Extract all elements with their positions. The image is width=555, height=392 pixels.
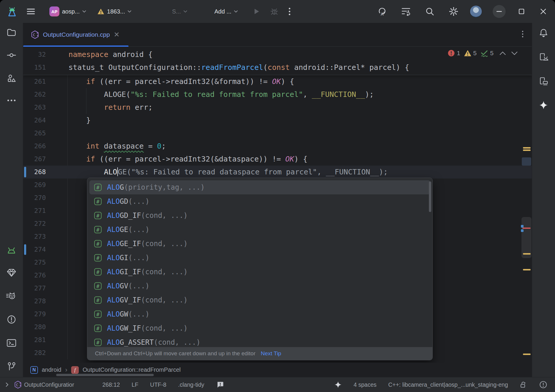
stripe-caret-mark[interactable] [522,157,531,166]
stripe-warning-mark[interactable] [523,354,531,355]
code-line-268[interactable]: 268 ALOGE("%s: Failed to read dataspace … [23,166,532,179]
unlocked-padlock-icon[interactable] [520,381,527,389]
ai-sparkle-icon[interactable] [334,381,342,388]
line-number[interactable]: 282 [23,346,46,359]
code-line-263[interactable]: 263 return err; [23,101,532,114]
indent-widget[interactable]: 4 spaces [354,381,377,388]
problems-icon[interactable] [7,315,16,325]
line-number[interactable]: 280 [23,321,46,334]
prev-problem-chevron-icon[interactable] [499,51,506,55]
device-manager-icon[interactable] [539,52,549,63]
line-number[interactable]: 267 [23,153,46,166]
structure-icon[interactable] [7,74,16,84]
gem-diamond-icon[interactable] [6,268,16,278]
project-folder-icon[interactable] [7,28,16,38]
stripe-warning-mark[interactable] [523,149,531,151]
line-number[interactable]: 273 [23,230,46,243]
line-separator-widget[interactable]: LF [132,381,138,388]
error-stripe[interactable] [521,47,532,363]
vcs-branch-widget[interactable]: 1863... [94,6,134,17]
run-configuration-selector[interactable]: Add ... [211,6,241,17]
code-line-265[interactable]: 265 [23,127,532,140]
inspections-widget[interactable]: 1 5 5 [447,49,518,57]
tab-outputconfiguration-cpp[interactable]: C++ OutputConfiguration.cpp ✕ [23,23,128,46]
gemini-sparkle-icon[interactable] [539,100,548,111]
notifications-bell-icon[interactable] [539,28,548,39]
event-log-alert-icon[interactable] [539,381,547,389]
line-number[interactable]: 272 [23,217,46,230]
commit-icon[interactable] [7,51,16,60]
encoding-widget[interactable]: UTF-8 [150,381,166,388]
next-tip-link[interactable]: Next Tip [261,350,281,357]
completion-item-alogd_if[interactable]: #ALOGD_IF(cond, ...) [89,208,430,223]
error-count-widget[interactable]: 1 [447,49,460,57]
line-number[interactable]: 279 [23,308,46,321]
user-avatar[interactable] [470,5,482,18]
terminal-icon[interactable] [6,339,16,348]
line-number[interactable]: 278 [23,295,46,308]
line-number[interactable]: 281 [23,334,46,346]
code-line-267[interactable]: 267 if ((err = parcel->readInt32(&datasp… [23,153,532,166]
search-icon[interactable] [422,4,437,18]
window-close-button[interactable] [537,6,549,17]
tab-close-icon[interactable]: ✕ [114,31,120,38]
tab-options-kebab-icon[interactable] [522,30,524,39]
line-number[interactable]: 151 [23,61,46,74]
line-number[interactable]: 270 [23,191,46,204]
caret-position-widget[interactable]: 268:12 [102,381,120,388]
android-logcat-icon[interactable] [6,246,16,255]
git-branch-icon[interactable] [7,362,16,373]
code-line-266[interactable]: 266 int dataspace = 0; [23,140,532,153]
completion-item-aloge_if[interactable]: #ALOGE_IF(cond, ...) [89,237,430,251]
debug-button[interactable] [267,5,281,18]
more-actions-kebab-icon[interactable] [285,5,294,18]
passed-count-widget[interactable]: 5 [480,49,494,57]
line-number[interactable]: 265 [23,127,46,140]
completion-item-alogv_if[interactable]: #ALOGV_IF(cond, ...) [89,293,430,307]
toolchain-widget[interactable]: C++: libcamera_client|aosp_...unk_stagin… [388,381,508,388]
completion-item-alog_assert[interactable]: #ALOG_ASSERT(cond, ...) [89,335,430,347]
horizontal-scrollbar-thumb[interactable] [56,374,154,376]
line-number[interactable]: 275 [23,256,46,269]
stripe-warning-mark[interactable] [523,253,531,255]
expand-status-chevron-icon[interactable] [5,382,9,387]
run-button[interactable] [250,5,263,18]
line-number[interactable]: 277 [23,282,46,295]
completion-item-aloge[interactable]: #ALOGE(...) [89,223,430,237]
completion-item-alogi[interactable]: #ALOGI(...) [89,251,430,265]
stripe-vcs-mark[interactable] [521,229,524,232]
completion-item-alogw[interactable]: #ALOGW(...) [89,307,430,321]
stripe-error-mark[interactable] [522,228,531,229]
next-problem-chevron-icon[interactable] [511,51,518,55]
line-number[interactable]: 276 [23,269,46,282]
completion-item-alogd[interactable]: #ALOGD(...) [89,194,430,208]
editor-scrollbar-thumb[interactable] [521,217,531,258]
code-line-151[interactable]: 151status_t OutputConfiguration::readFro… [23,61,532,74]
completion-item-alog[interactable]: #ALOG(priority,tag, ...) [89,180,430,194]
stripe-vcs-mark[interactable] [521,225,524,228]
project-widget[interactable]: AP aosp... [46,4,89,19]
line-number[interactable]: 271 [23,204,46,217]
stripe-warning-mark[interactable] [523,269,531,270]
settings-gear-icon[interactable] [446,4,462,19]
window-maximize-button[interactable] [516,6,527,17]
breadcrumb-function[interactable]: OutputConfiguration::readFromParcel [83,366,181,373]
running-devices-icon[interactable] [539,76,549,87]
warning-count-widget[interactable]: 5 [464,50,477,57]
more-tool-windows-icon[interactable] [7,97,16,103]
logcat-cat-icon[interactable] [6,292,17,301]
task-list-icon[interactable] [398,5,414,18]
line-number[interactable]: 263 [23,101,46,114]
line-number[interactable]: 274 [23,243,46,256]
line-number[interactable]: 32 [23,48,46,61]
line-number[interactable]: 264 [23,114,46,127]
line-number[interactable]: 262 [23,88,46,101]
line-number[interactable]: 268 [23,166,46,179]
code-line-261[interactable]: 261 if ((err = parcel->readInt32(&format… [23,75,532,88]
hamburger-menu-icon[interactable] [24,6,38,17]
popup-scrollbar-thumb[interactable] [429,181,431,212]
completion-item-alogw_if[interactable]: #ALOGW_IF(cond, ...) [89,321,430,335]
line-number[interactable]: 261 [23,75,46,88]
statusbar-file-widget[interactable]: C++ OutputConfiguratior [14,381,74,389]
breadcrumb-namespace[interactable]: android [42,366,61,373]
